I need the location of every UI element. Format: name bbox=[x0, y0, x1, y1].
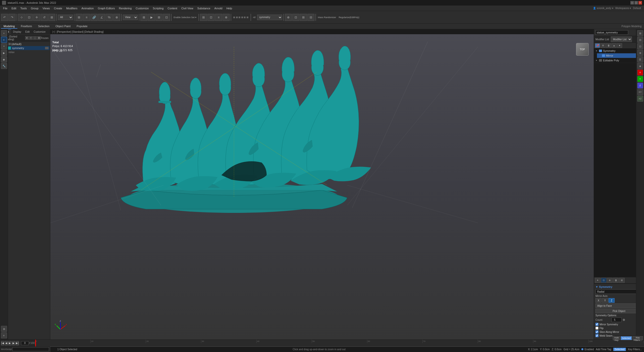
extra-tool-4[interactable]: ⊟ bbox=[307, 14, 314, 21]
fr-icon-2[interactable]: ⊟ bbox=[637, 37, 643, 43]
tree-close-btn[interactable]: ✕ bbox=[25, 36, 29, 40]
mod-move-up-btn[interactable]: ▲ bbox=[612, 43, 617, 48]
scene-tab-edit[interactable]: Edit bbox=[23, 29, 32, 34]
move-button[interactable]: ✛ bbox=[33, 14, 40, 21]
viewcube-body[interactable]: TOP bbox=[576, 43, 589, 56]
menu-edit[interactable]: Edit bbox=[10, 6, 18, 11]
menu-views[interactable]: Views bbox=[41, 6, 52, 11]
weld-seam-checkbox[interactable] bbox=[595, 334, 598, 337]
close-button[interactable]: ✕ bbox=[638, 1, 642, 5]
count-spinner[interactable]: ⊕ bbox=[623, 318, 625, 322]
window-controls[interactable]: ─ □ ✕ bbox=[630, 1, 642, 5]
fr-icon-6[interactable]: ◈ bbox=[637, 63, 643, 69]
extra-tool-3[interactable]: ⊞ bbox=[300, 14, 307, 21]
view-dropdown[interactable]: View bbox=[123, 15, 138, 20]
menu-substance[interactable]: Substance bbox=[195, 6, 212, 11]
spinner-snap-button[interactable]: ⊕ bbox=[113, 14, 120, 21]
mod-prop-btn-5[interactable]: ⊞ bbox=[619, 278, 625, 283]
scene-explorer-button[interactable]: ⊡ bbox=[208, 14, 215, 21]
modifier-list-dropdown[interactable]: Modifier List bbox=[611, 36, 632, 42]
menu-graph-editors[interactable]: Graph Editors bbox=[96, 6, 117, 11]
render-setup-button[interactable]: ⊞ bbox=[140, 14, 147, 21]
tree-collapse-btn[interactable]: − bbox=[33, 36, 37, 40]
radial-dropdown[interactable]: Radial Mirror bbox=[595, 289, 642, 294]
status-add-time-tag[interactable]: Add Time Tag bbox=[596, 348, 611, 351]
command-panel-motion[interactable]: ▶ bbox=[1, 50, 7, 56]
mod-prop-btn-4[interactable]: 🗑 bbox=[613, 278, 619, 283]
mod-eye-epoly[interactable] bbox=[599, 59, 602, 62]
mod-prop-btn-2[interactable]: ⊡ bbox=[601, 278, 607, 283]
menu-modifiers[interactable]: Modifiers bbox=[64, 6, 79, 11]
snap-button[interactable]: 🔗 bbox=[91, 14, 98, 21]
fr-icon-xyz-y[interactable]: Y bbox=[637, 76, 643, 82]
ribbon-tab-freeform[interactable]: Freeform bbox=[18, 24, 35, 29]
fr-icon-4[interactable]: ⊕ bbox=[637, 50, 643, 56]
mod-configure-btn[interactable]: ⚙ bbox=[600, 43, 606, 48]
fr-icon-5[interactable]: ☰ bbox=[637, 56, 643, 62]
menu-create[interactable]: Create bbox=[52, 6, 64, 11]
selected-badge[interactable]: Selected bbox=[621, 336, 632, 340]
fl-icon-snap[interactable]: ⊞ bbox=[1, 326, 7, 332]
extra-tool-1[interactable]: ⊕ bbox=[285, 14, 292, 21]
selection-mode-dropdown[interactable]: All bbox=[58, 15, 73, 20]
command-panel-hierarchy[interactable]: ⌖ bbox=[1, 43, 7, 49]
current-frame-input[interactable] bbox=[21, 341, 29, 345]
mod-prop-btn-3[interactable]: ⊕ bbox=[607, 278, 613, 283]
command-panel-utilities[interactable]: 🔧 bbox=[1, 63, 7, 69]
axis-z-btn[interactable]: Z bbox=[609, 298, 615, 303]
timeline-track[interactable]: 0 10 20 30 40 50 60 70 80 90 100 bbox=[35, 340, 644, 346]
tree-settings-btn[interactable]: ⚙ bbox=[37, 36, 41, 40]
symmetry-dropdown[interactable]: symmetry bbox=[257, 15, 282, 20]
next-frame-btn[interactable]: ▶ bbox=[12, 341, 15, 345]
minimize-button[interactable]: ─ bbox=[630, 1, 634, 5]
auto-key-btn[interactable]: Auto Key bbox=[613, 336, 620, 340]
menu-rendering[interactable]: Rendering bbox=[117, 6, 134, 11]
ribbon-tab-selection[interactable]: Selection bbox=[35, 24, 52, 29]
flip-checkbox[interactable] bbox=[595, 327, 598, 330]
fr-icon-xz[interactable]: XZ bbox=[637, 96, 643, 102]
ribbon-tab-object-paint[interactable]: Object Paint bbox=[53, 24, 73, 29]
viewport-canvas[interactable]: Total Polys: 6 413 914 Verts: 3 221 825 … bbox=[50, 34, 594, 339]
tree-eye-icon[interactable] bbox=[45, 47, 49, 49]
undo-button[interactable]: ↶ bbox=[1, 14, 8, 21]
command-panel-display[interactable]: ◉ bbox=[1, 56, 7, 62]
main-viewport[interactable]: [+] [Perspective] [Standard] [Default Sh… bbox=[50, 29, 594, 339]
extra-tool-2[interactable]: ⊡ bbox=[292, 14, 299, 21]
mirror-button[interactable]: ⊞ bbox=[75, 14, 83, 21]
scene-tab-customize[interactable]: Customize bbox=[32, 29, 48, 34]
menu-file[interactable]: File bbox=[1, 6, 10, 11]
fr-icon-xy[interactable]: XY bbox=[637, 89, 643, 95]
object-name-input[interactable] bbox=[595, 30, 628, 35]
status-key-filters[interactable]: Key Filters... bbox=[628, 348, 642, 351]
pick-object-btn[interactable]: Pick Object bbox=[595, 309, 642, 313]
select-object-button[interactable]: ⊹ bbox=[18, 14, 25, 21]
align-button[interactable]: ≡ bbox=[83, 14, 90, 21]
render-frame-button[interactable]: ⊞ bbox=[155, 14, 163, 21]
axis-x-btn[interactable]: X bbox=[595, 298, 601, 303]
menu-content[interactable]: Content bbox=[166, 6, 179, 11]
ribbon-toggle-button[interactable]: ≡ bbox=[215, 14, 222, 21]
fr-icon-xyz-x[interactable]: X bbox=[637, 69, 643, 75]
slice-along-mirror-checkbox[interactable] bbox=[595, 330, 598, 333]
angle-snap-button[interactable]: ∠ bbox=[98, 14, 105, 21]
tree-expand-btn[interactable]: + bbox=[29, 36, 33, 40]
fl-icon-align[interactable]: ≡ bbox=[1, 332, 7, 338]
scale-button[interactable]: ⊞ bbox=[48, 14, 55, 21]
mod-pin-btn[interactable]: 📌 bbox=[595, 43, 600, 48]
key-filters-btn[interactable]: Key Filters... bbox=[632, 336, 643, 340]
helpers-button[interactable]: ⊕ bbox=[223, 14, 230, 21]
go-end-btn[interactable]: ▶| bbox=[16, 341, 19, 345]
mod-eye-mirror[interactable] bbox=[602, 54, 605, 57]
command-panel-modify[interactable]: ≡ bbox=[1, 37, 7, 43]
redo-button[interactable]: ↷ bbox=[9, 14, 16, 21]
ribbon-tab-modeling[interactable]: Modeling bbox=[1, 24, 17, 29]
menu-group[interactable]: Group bbox=[29, 6, 41, 11]
percent-snap-button[interactable]: % bbox=[106, 14, 113, 21]
menu-help[interactable]: Help bbox=[224, 6, 234, 11]
scene-tab-display[interactable]: Display bbox=[11, 29, 23, 34]
select-region-button[interactable]: ⊡ bbox=[26, 14, 33, 21]
count-input[interactable] bbox=[612, 318, 622, 322]
mod-prop-btn-1[interactable]: ✦ bbox=[595, 278, 600, 283]
maxscript-input[interactable] bbox=[12, 347, 49, 351]
viewcube[interactable]: TOP bbox=[574, 41, 591, 58]
